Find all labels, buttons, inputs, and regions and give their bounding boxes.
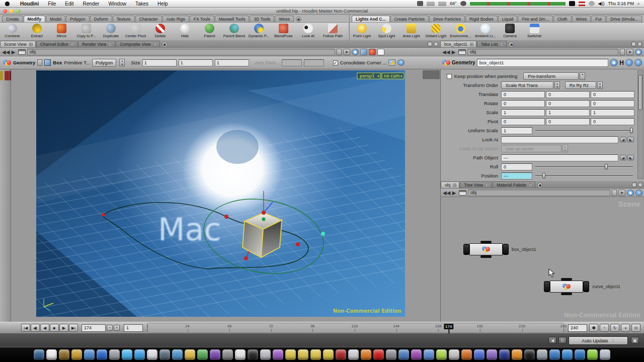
- shelf-tab[interactable]: Auto Rigs: [163, 16, 189, 22]
- path-field[interactable]: obj: [467, 49, 618, 55]
- dock-app-icon[interactable]: [134, 349, 145, 360]
- node-body[interactable]: [550, 281, 583, 293]
- scene-viewport-pane[interactable]: Mac persp1 ▾: [11, 69, 440, 322]
- node-body[interactable]: [469, 243, 503, 255]
- shelf-tab[interactable]: Texture: [113, 16, 135, 22]
- primitive-type-dropdown[interactable]: Polygon: [92, 59, 116, 67]
- shelf-tool[interactable]: Delete: [148, 23, 173, 40]
- render-flipbook-icon[interactable]: [369, 49, 376, 55]
- node-flag-left[interactable]: [544, 281, 550, 292]
- input-language-flag-icon[interactable]: [579, 2, 585, 6]
- dock-app-icon[interactable]: [411, 349, 422, 360]
- dropdown-spinner-icon[interactable]: ▴▾: [554, 81, 560, 89]
- roll-slider[interactable]: [535, 163, 633, 170]
- dock-app-icon[interactable]: [424, 349, 434, 360]
- shelf-tool[interactable]: Center Pivot: [123, 23, 148, 40]
- dock-app-icon[interactable]: [235, 349, 246, 360]
- points-icon[interactable]: [388, 59, 395, 66]
- help-icon[interactable]: ?: [634, 59, 642, 66]
- network-node[interactable]: curve_object1: [544, 280, 620, 293]
- dock-app-icon[interactable]: [549, 349, 560, 360]
- shelf-tool[interactable]: Combine: [0, 23, 25, 40]
- dock-app-icon[interactable]: [386, 349, 396, 360]
- keyframe-options-icon[interactable]: ⚉: [589, 324, 598, 332]
- node-flag-right[interactable]: [503, 244, 509, 255]
- pin-icon[interactable]: ➤: [343, 49, 350, 55]
- shelf-tab[interactable]: Polygon: [66, 16, 90, 22]
- scale-y-field[interactable]: 1: [546, 109, 590, 116]
- rotate-order-dropdown[interactable]: Rx Ry Rz: [565, 81, 596, 89]
- dock-app-icon[interactable]: [562, 349, 573, 360]
- dock-app-icon[interactable]: [248, 349, 258, 360]
- timeline-ruler[interactable]: 124487296120144168192216240 174: [147, 323, 564, 333]
- dock-app-icon[interactable]: [524, 349, 535, 360]
- dock-app-icon[interactable]: [97, 349, 107, 360]
- dock-app-icon[interactable]: [537, 349, 547, 360]
- pane-menu-icon[interactable]: [434, 42, 438, 46]
- shelf-tab[interactable]: Model: [46, 16, 65, 22]
- shelf-tab[interactable]: Fire and Sm...: [518, 16, 552, 22]
- message-log-icon[interactable]: ◀: [548, 337, 556, 344]
- dock-app-icon[interactable]: [59, 349, 69, 360]
- dock-app-icon[interactable]: [587, 349, 598, 360]
- nav-back-icon[interactable]: ◀◀: [2, 49, 9, 55]
- uniform-scale-field[interactable]: 1: [501, 127, 532, 134]
- look-at-field[interactable]: [501, 136, 618, 143]
- pane-tab[interactable]: Take List×: [477, 41, 507, 47]
- dropdown-arrow-icon[interactable]: ▾: [580, 72, 585, 80]
- screenrecord-icon[interactable]: [417, 1, 423, 6]
- pane-tab[interactable]: Channel Editor×: [36, 41, 77, 47]
- menubar-item[interactable]: Takes: [131, 1, 153, 7]
- add-shelf-tab-button[interactable]: ◉: [296, 17, 301, 22]
- dock-app-icon[interactable]: [512, 349, 522, 360]
- keep-position-checkbox[interactable]: [447, 74, 452, 79]
- apple-menu-icon[interactable]: [5, 2, 10, 6]
- scene-view[interactable]: Mac persp1 ▾: [36, 70, 405, 317]
- pane-menu-icon[interactable]: [637, 42, 642, 46]
- clock[interactable]: Thu 3:16 PM: [608, 1, 634, 6]
- shelf-tool[interactable]: BlendPose: [271, 23, 296, 40]
- look-through-menu[interactable]: no cam ▾: [382, 73, 404, 79]
- shelf-tab[interactable]: Drive Simula...: [606, 16, 642, 22]
- close-tab-icon[interactable]: ×: [529, 184, 532, 187]
- nav-forward-icon[interactable]: ▶: [10, 49, 17, 55]
- pivot-x-field[interactable]: 0: [501, 118, 545, 125]
- network-type-icon[interactable]: [459, 190, 466, 196]
- zoom-network-icon[interactable]: ⌕: [635, 190, 642, 196]
- shelf-tab[interactable]: Deform: [90, 16, 112, 22]
- dock-app-icon[interactable]: [46, 349, 57, 360]
- dock-app-icon[interactable]: [487, 349, 497, 360]
- shelf-tool[interactable]: Parent: [197, 23, 222, 40]
- shelf-tool[interactable]: Dynamic P...: [247, 23, 271, 40]
- axis-div-field[interactable]: [282, 59, 302, 66]
- volume-icon[interactable]: ◀)): [598, 1, 605, 6]
- shelf-tab[interactable]: Wires: [275, 16, 294, 22]
- pane-tab[interactable]: Material Palette×: [493, 182, 535, 188]
- shelf-tool[interactable]: Spot Light: [374, 23, 399, 40]
- path-dropdown-icon[interactable]: [337, 49, 342, 55]
- menu-extra-icon[interactable]: [569, 1, 575, 6]
- translate-y-field[interactable]: 0: [546, 91, 590, 98]
- size-x-field[interactable]: 1: [142, 59, 177, 66]
- network-type-icon[interactable]: [458, 49, 466, 55]
- close-tab-icon[interactable]: ×: [29, 43, 33, 46]
- scale-z-field[interactable]: 1: [591, 109, 634, 116]
- menubar-item[interactable]: File: [43, 1, 60, 7]
- node-flag-right[interactable]: [583, 281, 589, 292]
- shelf-tab[interactable]: Fur: [591, 16, 606, 22]
- dock-app-icon[interactable]: [185, 349, 195, 360]
- uniform-scale-slider[interactable]: [535, 127, 633, 134]
- menubar-item[interactable]: Help: [153, 1, 173, 7]
- position-field[interactable]: ---: [501, 172, 532, 179]
- dock-app-icon[interactable]: [285, 349, 296, 360]
- dock-app-icon[interactable]: [361, 349, 371, 360]
- shelf-tab[interactable]: Maxwell Tools: [215, 16, 250, 22]
- network-canvas[interactable]: Scene Non-Commercial Edition box_object1…: [441, 198, 644, 322]
- transport-button[interactable]: ■: [50, 324, 59, 332]
- translate-x-field[interactable]: 0: [501, 91, 545, 98]
- transport-button[interactable]: ◀: [40, 324, 49, 332]
- shelf-tool[interactable]: Environme...: [448, 23, 473, 40]
- nav-back-icon[interactable]: ◀◀: [442, 49, 449, 55]
- node-chooser-icon[interactable]: ◢: [620, 137, 626, 142]
- range-end-field[interactable]: 240: [568, 324, 587, 332]
